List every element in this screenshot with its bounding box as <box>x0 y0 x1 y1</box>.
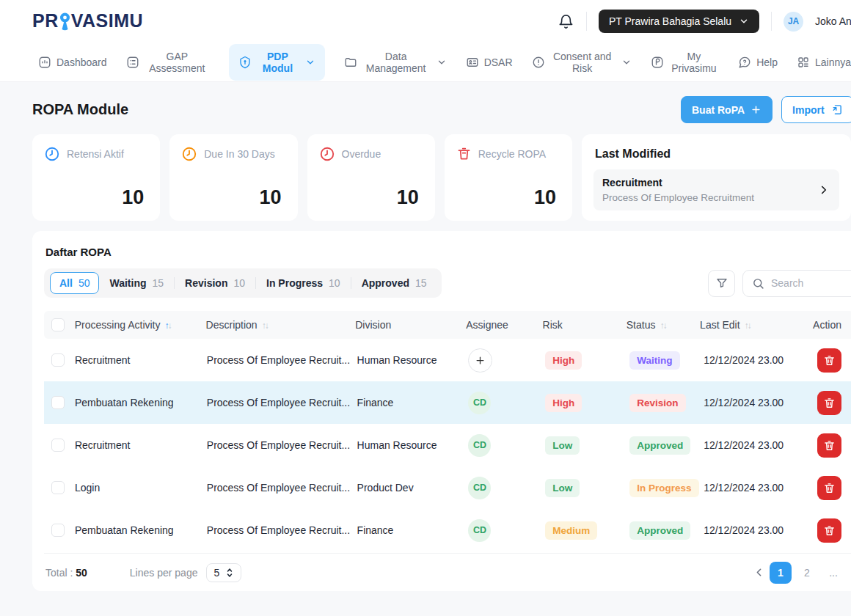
delete-button[interactable] <box>817 476 841 500</box>
search-icon <box>752 277 764 290</box>
table-row[interactable]: Pembuatan Rekening Process Of Employee R… <box>44 381 851 424</box>
tab-count: 50 <box>78 277 90 289</box>
table-row[interactable]: Recruitment Process Of Employee Recruit.… <box>44 339 851 381</box>
row-checkbox[interactable] <box>51 524 65 537</box>
filter-button[interactable] <box>708 270 735 297</box>
page-button-1[interactable]: 1 <box>770 562 792 584</box>
tab-in-progress[interactable]: In Progress 10 <box>258 273 349 293</box>
status-badge: Revision <box>629 394 685 412</box>
add-assignee-button[interactable] <box>468 348 492 373</box>
nav-item-help[interactable]: Help <box>738 56 778 69</box>
table-row[interactable]: Pembuatan Rekening Process Of Employee R… <box>44 509 851 551</box>
trash-icon <box>456 146 472 161</box>
delete-button[interactable] <box>817 348 841 373</box>
lines-per-page-select[interactable]: 5 <box>206 563 241 582</box>
row-checkbox[interactable] <box>51 396 65 409</box>
import-label: Import <box>792 104 825 116</box>
stat-value: 10 <box>534 186 556 209</box>
delete-button[interactable] <box>817 391 841 415</box>
assignee-avatar[interactable]: CD <box>468 434 491 457</box>
row-checkbox[interactable] <box>51 439 65 452</box>
top-bar: PR VASIMU PT Prawira Bahagia Selalu JA J… <box>0 0 851 43</box>
risk-badge: Medium <box>545 521 597 540</box>
col-processing-activity[interactable]: Processing Activity↑↓ <box>75 319 206 331</box>
nav-item-pdp-modul[interactable]: PDP Modul <box>229 44 324 81</box>
delete-button[interactable] <box>817 433 841 458</box>
tab-label: Waiting <box>109 277 146 289</box>
col-status[interactable]: Status↑↓ <box>627 319 700 331</box>
trash-icon <box>823 482 836 494</box>
avatar-initials: JA <box>788 16 799 26</box>
folder-icon <box>344 56 357 69</box>
company-selector[interactable]: PT Prawira Bahagia Selalu <box>599 10 759 33</box>
last-modified-item[interactable]: Recruitment Process Of Employee Recruitm… <box>593 169 839 210</box>
logo-text-left: PR <box>32 10 59 32</box>
user-avatar[interactable]: JA <box>784 12 803 32</box>
select-all-checkbox[interactable] <box>51 318 65 331</box>
cell-description: Process Of Employee Recruit... <box>207 397 357 408</box>
nav-item-data-management[interactable]: Data Management <box>344 51 447 74</box>
tab-waiting[interactable]: Waiting 15 <box>101 273 172 293</box>
create-ropa-button[interactable]: Buat RoPA <box>681 96 773 123</box>
page-button-2[interactable]: 2 <box>796 562 818 584</box>
cell-activity: Recruitment <box>75 439 207 451</box>
stat-label: Retensi Aktif <box>67 148 124 160</box>
keyhole-icon <box>59 12 70 31</box>
nav-item-dsar[interactable]: DSAR <box>466 56 513 69</box>
row-checkbox[interactable] <box>51 481 65 494</box>
nav-item-gap-assessment[interactable]: GAP Assessment <box>126 51 211 74</box>
chevron-down-icon <box>437 57 447 67</box>
cell-last-edit: 12/12/2024 23.00 <box>704 439 817 451</box>
delete-button[interactable] <box>817 518 841 543</box>
table-row[interactable]: Recruitment Process Of Employee Recruit.… <box>44 424 851 466</box>
col-description[interactable]: Description↑↓ <box>206 319 356 331</box>
prev-page-button[interactable] <box>753 566 765 579</box>
trash-icon <box>823 397 836 409</box>
row-checkbox[interactable] <box>51 353 65 367</box>
cell-last-edit: 12/12/2024 23.00 <box>704 524 817 536</box>
assignee-avatar[interactable]: CD <box>468 477 491 499</box>
cell-division: Finance <box>357 397 469 408</box>
stat-value: 10 <box>397 186 419 209</box>
assignee-avatar[interactable]: CD <box>468 519 491 542</box>
cell-description: Process Of Employee Recruit... <box>207 354 357 366</box>
import-icon <box>830 103 843 116</box>
cell-description: Process Of Employee Recruit... <box>207 482 357 494</box>
tab-count: 15 <box>153 277 164 289</box>
nav-label: My Privasimu <box>669 51 720 74</box>
nav-item-consent-and-risk[interactable]: Consent and Risk <box>532 51 632 74</box>
tab-approved[interactable]: Approved 15 <box>353 273 436 293</box>
list-controls: All 50 Waiting 15 Revision 10 In Progres… <box>44 268 851 298</box>
ropa-list-card: Daftar ROPA All 50 Waiting 15 Revision 1… <box>32 231 851 591</box>
table-header-row: Processing Activity↑↓ Description↑↓ Divi… <box>44 311 851 339</box>
tab-all[interactable]: All 50 <box>50 272 99 294</box>
import-button[interactable]: Import <box>781 96 851 123</box>
search-input[interactable] <box>771 277 851 289</box>
nav-item-lainnya[interactable]: Lainnya <box>797 56 851 69</box>
list-title: Daftar ROPA <box>45 246 851 258</box>
sort-icon: ↑↓ <box>660 320 665 331</box>
cell-description: Process Of Employee Recruit... <box>207 524 357 536</box>
clock-icon <box>319 146 335 162</box>
nav-item-my-privasimu[interactable]: My Privasimu <box>651 51 720 74</box>
logo-text-right: VASIMU <box>71 10 143 32</box>
stepper-icon <box>225 568 234 578</box>
tab-revision[interactable]: Revision 10 <box>176 273 254 293</box>
trash-icon <box>823 439 836 452</box>
nav-label: Lainnya <box>815 56 851 68</box>
cell-activity: Recruitment <box>75 354 207 366</box>
col-last-edit[interactable]: Last Edit↑↓ <box>700 319 813 331</box>
nav-item-dashboard[interactable]: Dashboard <box>38 56 107 69</box>
status-badge: In Progress <box>629 479 698 497</box>
table-row[interactable]: Login Process Of Employee Recruit... Pro… <box>44 466 851 509</box>
table-footer: Total : 50 Lines per page 5 1 2 ... 9 10 <box>44 553 851 591</box>
assignee-avatar[interactable]: CD <box>468 392 491 414</box>
assessment-icon <box>126 56 139 69</box>
search-box <box>742 270 851 297</box>
risk-badge: Low <box>545 479 580 497</box>
page-title: ROPA Module <box>32 101 128 118</box>
filter-icon <box>715 276 728 290</box>
notification-bell-button[interactable] <box>558 13 574 30</box>
cell-last-edit: 12/12/2024 23.00 <box>704 482 817 494</box>
stat-card-overdue: Overdue 10 <box>307 134 435 221</box>
